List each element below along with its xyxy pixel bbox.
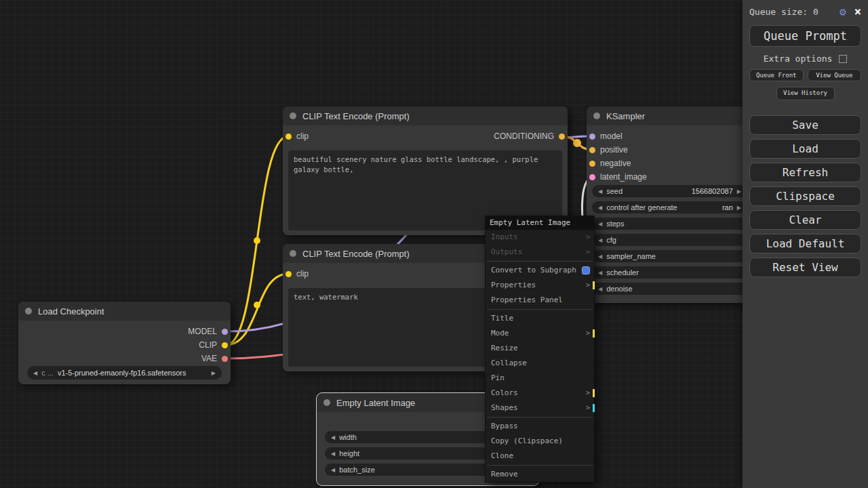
model-port-dot-icon[interactable] bbox=[589, 134, 595, 140]
node-title: CLIP Text Encode (Prompt) bbox=[302, 249, 410, 259]
port-label: CONDITIONING bbox=[494, 131, 554, 141]
save-button[interactable]: Save bbox=[749, 115, 861, 135]
input-port-latent-image[interactable]: latent_image bbox=[589, 172, 647, 182]
widget-scheduler[interactable]: ◀ scheduler bbox=[592, 266, 747, 279]
input-port-clip[interactable]: clip bbox=[285, 269, 309, 279]
subgraph-badge-icon bbox=[582, 266, 590, 274]
widget-seed[interactable]: ◀ seed 1566802087 ▶ bbox=[592, 185, 747, 197]
menu-item-clone[interactable]: Clone bbox=[486, 449, 594, 464]
menu-item-colors[interactable]: Colors > bbox=[486, 386, 594, 401]
output-port-conditioning[interactable]: CONDITIONING bbox=[494, 131, 565, 141]
model-port-dot-icon[interactable] bbox=[222, 329, 228, 335]
menu-item-label: Inputs bbox=[491, 232, 518, 241]
close-panel-icon[interactable]: × bbox=[854, 6, 861, 18]
arrow-left-icon[interactable]: ◀ bbox=[598, 221, 602, 227]
clip-port-dot-icon[interactable] bbox=[285, 134, 292, 140]
link-midpoint-dot[interactable] bbox=[254, 302, 260, 308]
arrow-left-icon[interactable]: ◀ bbox=[598, 270, 602, 276]
latent-port-dot-icon[interactable] bbox=[589, 174, 595, 180]
collapse-dot-icon[interactable] bbox=[290, 113, 296, 119]
input-port-clip[interactable]: clip bbox=[285, 131, 309, 141]
widget-denoise[interactable]: ◀ denoise bbox=[592, 283, 747, 295]
link-midpoint-dot[interactable] bbox=[254, 237, 260, 244]
menu-item-copy-clipspace[interactable]: Copy (Clipspace) bbox=[486, 434, 594, 449]
submenu-accent-bar bbox=[593, 404, 595, 412]
refresh-button[interactable]: Refresh bbox=[749, 163, 861, 182]
arrow-left-icon[interactable]: ◀ bbox=[598, 205, 602, 211]
widget-label: control after generate bbox=[606, 203, 677, 211]
graph-canvas[interactable]: CLIP Text Encode (Prompt) clip CONDITION… bbox=[0, 0, 868, 488]
vae-port-dot-icon[interactable] bbox=[222, 356, 228, 362]
extra-options-label: Extra options bbox=[764, 54, 833, 64]
menu-item-shapes[interactable]: Shapes > bbox=[486, 401, 594, 415]
output-port-model[interactable]: MODEL bbox=[188, 327, 228, 336]
link-midpoint-dot[interactable] bbox=[573, 139, 581, 147]
output-port-clip[interactable]: CLIP bbox=[199, 340, 228, 350]
node-title: CLIP Text Encode (Prompt) bbox=[302, 111, 410, 121]
extra-options-checkbox[interactable] bbox=[839, 55, 847, 63]
view-history-button[interactable]: View History bbox=[776, 87, 835, 100]
input-port-model[interactable]: model bbox=[589, 131, 623, 141]
menu-item-inputs[interactable]: Inputs > bbox=[486, 230, 594, 245]
arrow-left-icon[interactable]: ◀ bbox=[598, 188, 602, 195]
node-header[interactable]: Load Checkpoint bbox=[18, 302, 231, 321]
view-queue-button[interactable]: View Queue bbox=[808, 69, 862, 81]
load-default-button[interactable]: Load Default bbox=[749, 234, 861, 253]
conditioning-port-dot-icon[interactable] bbox=[559, 134, 565, 140]
menu-item-mode[interactable]: Mode > bbox=[486, 326, 594, 341]
menu-item-remove[interactable]: Remove bbox=[486, 467, 594, 482]
clip-port-dot-icon[interactable] bbox=[285, 271, 292, 277]
menu-item-outputs[interactable]: Outputs > bbox=[486, 245, 594, 260]
settings-gear-icon[interactable]: ⚙ bbox=[840, 5, 846, 18]
menu-item-properties[interactable]: Properties > bbox=[486, 278, 594, 293]
input-port-positive[interactable]: positive bbox=[589, 145, 628, 155]
widget-ckpt-name[interactable]: ◀ c ... v1-5-pruned-emaonly-fp16.safeten… bbox=[27, 366, 222, 380]
conditioning-port-dot-icon[interactable] bbox=[589, 147, 595, 153]
collapse-dot-icon[interactable] bbox=[25, 308, 32, 314]
wire-clip-to-positive-encode bbox=[226, 136, 288, 345]
menu-item-pin[interactable]: Pin bbox=[486, 371, 594, 386]
conditioning-port-dot-icon[interactable] bbox=[589, 161, 595, 167]
port-label: positive bbox=[600, 145, 628, 155]
arrow-left-icon[interactable]: ◀ bbox=[598, 286, 602, 292]
node-header[interactable]: KSampler bbox=[587, 106, 753, 125]
menu-item-properties-panel[interactable]: Properties Panel bbox=[486, 293, 594, 308]
queue-front-button[interactable]: Queue Front bbox=[749, 69, 804, 81]
collapse-dot-icon[interactable] bbox=[593, 113, 600, 119]
node-load-checkpoint[interactable]: Load Checkpoint MODEL CLIP VAE ◀ c ... v… bbox=[18, 302, 231, 384]
arrow-right-icon[interactable]: ▶ bbox=[737, 188, 741, 195]
node-ksampler[interactable]: KSampler model positive negative latent_… bbox=[587, 106, 753, 303]
menu-item-collapse[interactable]: Collapse bbox=[486, 356, 594, 371]
menu-item-label: Properties Panel bbox=[491, 296, 563, 304]
arrow-right-icon[interactable]: ▶ bbox=[212, 370, 216, 376]
clear-button[interactable]: Clear bbox=[749, 210, 861, 230]
input-port-negative[interactable]: negative bbox=[589, 159, 631, 168]
arrow-left-icon[interactable]: ◀ bbox=[33, 370, 37, 376]
arrow-left-icon[interactable]: ◀ bbox=[331, 434, 335, 441]
menu-item-resize[interactable]: Resize bbox=[486, 341, 594, 356]
menu-item-convert-to-subgraph[interactable]: Convert to Subgraph bbox=[486, 263, 594, 278]
port-label: clip bbox=[296, 131, 309, 141]
queue-prompt-button[interactable]: Queue Prompt bbox=[749, 25, 861, 47]
arrow-right-icon[interactable]: ▶ bbox=[737, 205, 741, 211]
node-header[interactable]: CLIP Text Encode (Prompt) bbox=[283, 106, 568, 125]
clipspace-button[interactable]: Clipspace bbox=[749, 186, 861, 206]
output-port-vae[interactable]: VAE bbox=[201, 354, 228, 363]
collapse-dot-icon[interactable] bbox=[290, 250, 296, 257]
arrow-left-icon[interactable]: ◀ bbox=[598, 237, 602, 243]
arrow-left-icon[interactable]: ◀ bbox=[598, 253, 602, 260]
widget-steps[interactable]: ◀ steps bbox=[592, 218, 747, 230]
submenu-accent-bar bbox=[593, 329, 595, 338]
widget-control-after-generate[interactable]: ◀ control after generate ran ▶ bbox=[592, 201, 747, 214]
port-label: MODEL bbox=[188, 327, 217, 336]
widget-sampler-name[interactable]: ◀ sampler_name bbox=[592, 250, 747, 262]
arrow-left-icon[interactable]: ◀ bbox=[331, 467, 335, 473]
load-button[interactable]: Load bbox=[749, 139, 861, 159]
menu-item-bypass[interactable]: Bypass bbox=[486, 419, 594, 434]
reset-view-button[interactable]: Reset View bbox=[749, 258, 861, 277]
widget-cfg[interactable]: ◀ cfg bbox=[592, 234, 747, 246]
menu-item-title[interactable]: Title bbox=[486, 311, 594, 326]
collapse-dot-icon[interactable] bbox=[323, 399, 330, 406]
arrow-left-icon[interactable]: ◀ bbox=[331, 451, 335, 457]
clip-port-dot-icon[interactable] bbox=[222, 342, 228, 348]
